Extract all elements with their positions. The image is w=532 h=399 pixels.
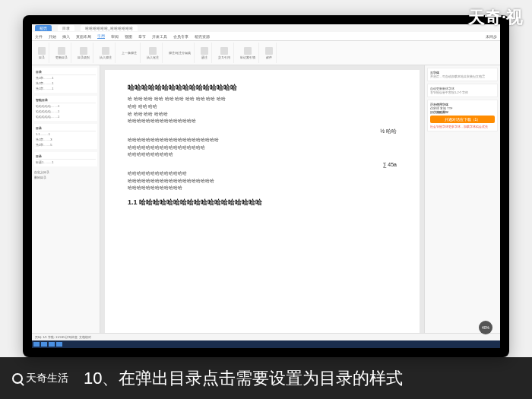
font-warning: 社会智能字体更多字体，加载字体稿会优先 — [430, 125, 495, 128]
doc-line: 哈哈哈哈哈哈哈哈哈哈哈哈哈哈哈哈哈哈哈哈 — [128, 137, 397, 144]
ribbon-prev-note[interactable]: 上一条脚注 — [119, 43, 141, 63]
sync-status: 未同步 — [486, 34, 497, 39]
ribbon-separator[interactable]: 脚注/尾注分隔线 — [166, 43, 195, 63]
toc-item[interactable]: 第1章..........1 — [36, 75, 96, 81]
tab-home[interactable]: 稻壳 — [35, 25, 52, 31]
menu-layout[interactable]: 页面布局 — [76, 34, 91, 39]
doc-line: 哈 哈哈 哈哈 哈哈哈 — [128, 111, 397, 119]
caption-bar: 天奇生活 10、在弹出目录点击需要设置为目录的样式 — [0, 357, 532, 399]
caption-text: 10、在弹出目录点击需要设置为目录的样式 — [84, 367, 403, 390]
font-desc: 开启后，可自动加载本地未安装但文档需 — [430, 74, 495, 78]
tab-toc[interactable]: 目录 — [58, 25, 74, 31]
ribbon-level[interactable]: 目录级别 — [74, 43, 93, 63]
menubar: 文件 开始 插入 页面布局 引用 审阅 视图 章节 开发工具 会员专享 稻壳资源… — [32, 32, 500, 41]
toc-item[interactable]: 标题1..........1 — [36, 160, 96, 165]
workspace: 目录 第1章..........1 第1章..........1 第1章....… — [32, 65, 500, 340]
menu-member[interactable]: 会员专享 — [173, 34, 188, 39]
monitor-frame: 稻壳 目录 哈哈哈哈哈哈_哈哈哈哈哈哈 文件 开始 插入 页面布局 引用 审阅 … — [23, 15, 509, 357]
watermark: 天奇·视 — [468, 6, 523, 29]
toc-item[interactable]: 第1章..........1 — [36, 81, 96, 86]
toc-item[interactable]: 哈哈哈哈哈........1 — [36, 109, 96, 114]
statusbar: 页码: 1/1 字数: 11/245 拼写检查 文档校对 — [32, 333, 500, 340]
menu-file[interactable]: 文件 — [35, 34, 43, 39]
taskbar — [32, 340, 500, 348]
ribbon-mail[interactable]: 邮件 — [262, 43, 277, 63]
menu-dev[interactable]: 开发工具 — [152, 34, 167, 39]
formula: ∑ 45a — [128, 160, 397, 169]
remove-toc[interactable]: 删除目录 — [34, 175, 97, 180]
toc-item[interactable]: 哈哈哈哈哈........1 — [36, 103, 96, 109]
doc-heading: 哈哈哈哈哈哈哈哈哈哈哈哈哈哈哈哈 — [128, 82, 397, 93]
doc-line: 哈 哈哈 哈哈 哈哈 哈哈 哈哈 哈哈 哈哈 哈哈 哈哈 — [128, 96, 397, 103]
toc-item[interactable]: 第1章........3 — [36, 137, 96, 142]
ribbon-endnote[interactable]: 插入尾注 — [144, 43, 163, 63]
doc-line: 哈哈 哈哈 哈哈 — [128, 103, 397, 111]
doc-subheading: 1.1 哈哈哈哈哈哈哈哈哈哈哈哈哈哈哈哈哈哈 — [128, 197, 397, 207]
screen: 稻壳 目录 哈哈哈哈哈哈_哈哈哈哈哈哈 文件 开始 插入 页面布局 引用 审阅 … — [32, 24, 500, 348]
smart-toc-title: 智能目录 — [36, 97, 96, 103]
custom-toc[interactable]: 自定义目录 — [34, 169, 97, 175]
page[interactable]: 哈哈哈哈哈哈哈哈哈哈哈哈哈哈哈哈 哈 哈哈 哈哈 哈哈 哈哈 哈哈 哈哈 哈哈 … — [105, 70, 420, 336]
document-area: 哈哈哈哈哈哈哈哈哈哈哈哈哈哈哈哈 哈 哈哈 哈哈 哈哈 哈哈 哈哈 哈哈 哈哈 … — [100, 65, 424, 340]
task-icon[interactable] — [49, 342, 55, 347]
menu-reference[interactable]: 引用 — [97, 33, 105, 39]
brand-logo: 天奇生活 — [12, 372, 68, 385]
menu-view[interactable]: 视图 — [125, 34, 132, 39]
toc-title: 目录 — [36, 69, 96, 75]
start-icon[interactable] — [33, 342, 40, 347]
ribbon-index[interactable]: 标记索引项 — [237, 43, 259, 63]
toc-item[interactable]: 第2章........5 — [36, 142, 96, 147]
status-left: 页码: 1/1 字数: 11/245 拼写检查 文档校对 — [35, 335, 91, 339]
ribbon-caption[interactable]: 题注 — [198, 43, 212, 63]
doc-line: 哈哈哈哈哈哈哈哈哈哈哈哈哈哈哈 — [128, 118, 397, 125]
menu-chapter[interactable]: 章节 — [138, 34, 146, 39]
ribbon-update[interactable]: 更新目录 — [52, 43, 71, 63]
doc-line: 哈哈哈哈哈哈哈哈哈哈 — [128, 151, 397, 159]
lens-icon — [12, 373, 23, 384]
font-item[interactable]: 汉仪雅酷黑W — [430, 110, 495, 114]
menu-start[interactable]: 开始 — [49, 34, 56, 39]
tab-document[interactable]: 哈哈哈哈哈哈_哈哈哈哈哈哈 — [81, 25, 138, 31]
zoom-badge[interactable]: 40% — [479, 321, 492, 334]
toc-title2: 目录 — [36, 125, 96, 131]
ribbon-toc[interactable]: 目录 — [35, 43, 49, 63]
doc-line: 哈哈哈哈哈哈哈哈哈哈哈哈哈哈哈哈哈 — [128, 144, 397, 152]
doc-line: 哈哈哈哈哈哈哈哈哈哈哈哈 — [128, 185, 397, 192]
toc-item[interactable]: 第1章..........1 — [36, 86, 96, 91]
toc-dropdown: 目录 第1章..........1 第1章..........1 第1章....… — [32, 65, 100, 340]
ribbon-footnote[interactable]: 插入脚注 — [97, 43, 116, 63]
font-note: 在智能设备中发现1-2个字体 — [430, 90, 495, 94]
right-panel: 云字体 开启后，可自动加载本地未安装但文档需 自动更新新体字体 在智能设备中发现… — [424, 65, 500, 340]
toc-item[interactable]: 哈哈哈哈哈........1 — [36, 114, 96, 119]
menu-review[interactable]: 审阅 — [111, 34, 119, 39]
toc-title3: 目录 — [36, 154, 96, 160]
doc-line: 哈哈哈哈哈哈哈哈哈哈哈哈哈哈哈哈哈哈哈 — [128, 178, 397, 185]
download-button[interactable]: 开通对话应下载（1） — [430, 116, 495, 123]
task-icon[interactable] — [41, 342, 47, 347]
titlebar: 稻壳 目录 哈哈哈哈哈哈_哈哈哈哈哈哈 — [32, 24, 500, 32]
menu-resource[interactable]: 稻壳资源 — [195, 34, 210, 39]
ribbon-crossref[interactable]: 交叉引用 — [215, 43, 234, 63]
doc-line: 哈哈哈哈哈哈哈哈哈哈哈哈哈 — [128, 170, 397, 178]
ribbon: 目录 更新目录 目录级别 插入脚注 上一条脚注 插入尾注 脚注/尾注分隔线 题注… — [32, 41, 500, 65]
menu-insert[interactable]: 插入 — [62, 34, 70, 39]
task-icon[interactable] — [56, 342, 62, 347]
toc-item[interactable]: 1.1..........1 — [36, 131, 96, 137]
formula: ½ 哈哈 — [128, 127, 397, 135]
